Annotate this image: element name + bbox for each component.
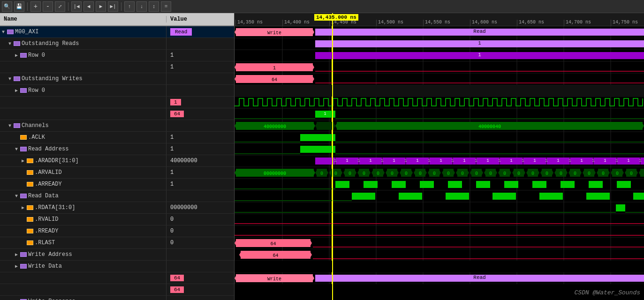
icon-rlast [26,240,34,246]
label-write-response: Write Response [28,298,76,300]
waveform-panel: 14,435.000 ns 14,350 ns 14,400 ns 14,450… [235,13,644,300]
expand-reads-row0[interactable]: ▶ [13,52,20,59]
expand-rdata[interactable]: ▶ [20,204,26,211]
label-reads-row0: Row 0 [28,52,45,59]
value-rdata: 00000000 [167,204,197,211]
waveform-canvas [235,26,644,300]
tree-row-read-address[interactable]: ▼ Read Address 1 [0,143,234,155]
value-writes-val64: 64 [167,111,184,117]
tree-row-rlast[interactable]: ▶ .RLAST 0 [0,237,234,249]
expand-m00-axi[interactable]: ▼ [0,29,7,35]
expand-write-address[interactable]: ▶ [13,251,20,258]
snap-button[interactable]: = [161,1,171,12]
zoom-out-button[interactable]: - [43,1,53,12]
expand-araddr[interactable]: ▶ [20,158,26,164]
value-reads-row0: 1 [167,52,174,59]
tree-row-aclk[interactable]: ▶ .ACLK 1 [0,132,234,143]
toolbar: 🔍 💾 + - ⤢ |◀ ◀ ▶ ▶| ↑ ↓ ↕ = [0,0,644,13]
icon-channels [13,123,21,128]
label-rdata: .RDATA[31:0] [35,204,75,211]
label-araddr: .ARADDR[31:0] [35,158,79,164]
save-button[interactable]: 💾 [14,1,24,12]
waveform-area[interactable] [235,26,644,300]
column-headers: Name Value [0,13,234,26]
label-rvalid: .RVALID [35,216,58,223]
label-write-data: Write Data [28,263,62,270]
label-write-address: Write Address [28,251,72,258]
search-button[interactable]: 🔍 [2,1,12,12]
expand-write-data[interactable]: ▶ [13,263,20,270]
next-button[interactable]: ▶ [96,1,106,12]
icon-writes-row0 [20,88,27,93]
icon-arvalid [26,170,34,175]
icon-read-data [20,193,27,199]
signal-tree[interactable]: ▼ M00_AXI Read ▼ Outstanding Reads [0,26,234,300]
zoom-in-button[interactable]: + [30,1,41,12]
tree-row-wr-spacer2: 64 [0,284,234,296]
icon-rvalid [26,217,34,222]
prev-button[interactable]: ◀ [83,1,94,12]
tree-row-writes-row0[interactable]: ▶ Row 0 [0,85,234,97]
icon-reads-row0 [20,52,27,58]
value-rready: 0 [167,228,174,234]
tree-row-write-data[interactable]: ▶ Write Data [0,261,234,272]
tree-row-rdata[interactable]: ▶ .RDATA[31:0] 00000000 [0,202,234,214]
value-rvalid: 0 [167,216,174,223]
expand-read-data[interactable]: ▼ [13,193,20,199]
tree-row-outstanding-reads[interactable]: ▼ Outstanding Reads [0,38,234,50]
expand-outstanding-writes[interactable]: ▼ [7,75,13,82]
tree-row-rvalid[interactable]: ▶ .RVALID 0 [0,214,234,225]
fit-button[interactable]: ⤢ [55,1,65,12]
value-m00-axi: Read [167,29,192,35]
icon-aclk [20,135,27,140]
value-arvalid: 1 [167,169,174,176]
expand-write-response[interactable]: ▶ [13,298,20,300]
tree-row-rready[interactable]: ▶ .RREADY 0 [0,225,234,237]
expand-writes-row0[interactable]: ▶ [13,87,20,94]
icon-rdata [26,205,34,210]
tick-14500: 14,500 ns [376,20,403,26]
tree-row-channels[interactable]: ▼ Channels [0,120,234,132]
label-arready: .ARREADY [35,181,62,188]
tree-row-reads-row0[interactable]: ▶ Row 0 1 [0,50,234,61]
label-read-address: Read Address [28,146,68,152]
value-wr-spacer2: 64 [167,286,184,293]
separator-1 [27,2,28,11]
icon-m00-axi [7,29,14,35]
tree-row-arvalid[interactable]: ▶ .ARVALID 1 [0,167,234,179]
marker-align-button[interactable]: ↕ [149,1,159,12]
tick-14700: 14,700 ns [564,20,591,26]
label-read-data: Read Data [28,193,59,199]
expand-outstanding-reads[interactable]: ▼ [7,40,13,47]
tree-row-write-response[interactable]: ▶ Write Response [0,296,234,300]
tree-row-write-address[interactable]: ▶ Write Address [0,249,234,261]
tree-row-m00-axi[interactable]: ▼ M00_AXI Read [0,26,234,38]
label-outstanding-reads: Outstanding Reads [22,40,79,47]
label-m00-axi: M00_AXI [15,29,38,35]
marker-down-button[interactable]: ↓ [136,1,147,12]
tree-row-outstanding-writes[interactable]: ▼ Outstanding Writes [0,73,234,85]
tree-row-arready[interactable]: ▶ .ARREADY 1 [0,179,234,190]
label-outstanding-writes: Outstanding Writes [22,75,83,82]
icon-araddr [26,158,34,164]
value-arready: 1 [167,181,174,188]
tick-14350: 14,350 ns [235,20,263,26]
tree-row-reads-row0-b: 1 [0,61,234,73]
tick-14650: 14,650 ns [517,20,544,26]
label-rready: .RREADY [35,228,58,234]
tree-row-writes-val64: 64 [0,108,234,120]
name-column-header: Name [0,16,167,22]
value-reads-row0-b: 1 [167,64,174,70]
expand-read-address[interactable]: ▼ [13,146,20,152]
tree-row-read-data[interactable]: ▼ Read Data [0,190,234,202]
timeline-header[interactable]: 14,350 ns 14,400 ns 14,450 ns 14,500 ns … [235,13,644,26]
value-araddr: 40000000 [167,158,197,164]
marker-up-button[interactable]: ↑ [124,1,135,12]
prev-edge-button[interactable]: |◀ [71,1,82,12]
tree-row-araddr[interactable]: ▶ .ARADDR[31:0] 40000000 [0,155,234,167]
icon-arready [26,181,34,187]
label-aclk: .ACLK [28,134,45,141]
tree-row-wr-spacer1: 64 [0,272,234,284]
next-edge-button[interactable]: ▶| [108,1,118,12]
expand-channels[interactable]: ▼ [7,122,13,129]
